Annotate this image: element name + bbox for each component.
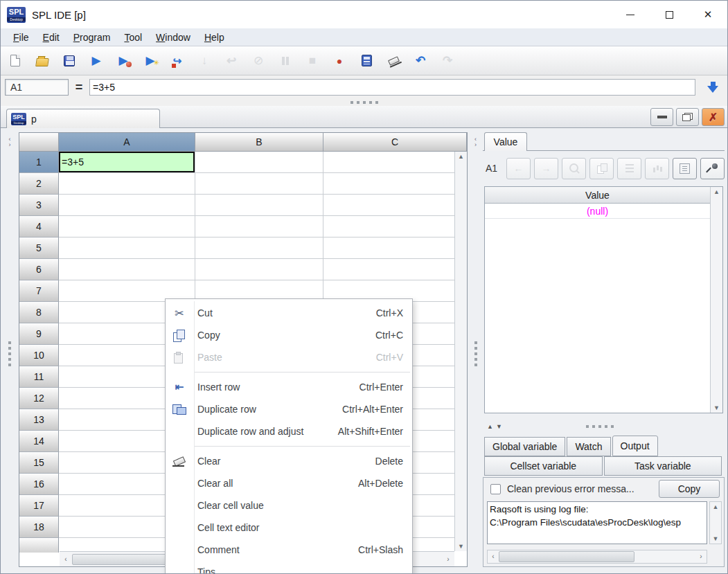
row-header-13[interactable]: 13	[19, 409, 59, 431]
window-maximize-button[interactable]	[650, 1, 689, 28]
column-header-C[interactable]: C	[323, 133, 467, 152]
menubar-item-program[interactable]: Program	[66, 30, 118, 44]
toolbar-execute-current-button[interactable]: ▶✳	[141, 52, 159, 70]
cell-C6[interactable]	[323, 259, 467, 280]
toolbar-execute-button[interactable]: ▶	[87, 52, 105, 70]
cell-C5[interactable]	[323, 237, 467, 259]
document-restore-button[interactable]	[676, 108, 699, 126]
scroll-up-icon[interactable]: ▲	[710, 502, 721, 512]
row-header-16[interactable]: 16	[19, 474, 59, 495]
clean-errors-checkbox[interactable]	[490, 484, 501, 494]
toolbar-step-over-button[interactable]: ↪	[168, 52, 186, 70]
menubar-item-tool[interactable]: Tool	[117, 30, 149, 44]
value-bottom-splitter[interactable]: ▲▼	[484, 419, 723, 434]
row-header-5[interactable]: 5	[19, 237, 59, 259]
row-header-4[interactable]: 4	[19, 216, 59, 237]
row-header-12[interactable]: 12	[19, 388, 59, 409]
collapse-arrows-icon[interactable]: ‹›	[9, 136, 11, 147]
scroll-left-icon[interactable]: ‹	[60, 553, 72, 566]
toolbar-undo-button[interactable]: ↶	[411, 52, 429, 70]
scroll-up-icon[interactable]: ▲	[711, 187, 722, 197]
toolbar-calculate-button[interactable]	[357, 52, 375, 70]
scroll-down-icon[interactable]: ▼	[455, 541, 467, 551]
panel-splitter-strip[interactable]: ‹›	[470, 132, 481, 567]
tab-task-variable[interactable]: Task variable	[604, 456, 722, 476]
value-table-scrollbar[interactable]: ▲ ▼	[710, 187, 722, 413]
column-header-B[interactable]: B	[195, 133, 323, 152]
menu-item-comment[interactable]: CommentCtrl+Slash	[166, 539, 412, 561]
scroll-down-icon[interactable]: ▼	[710, 534, 721, 544]
scroll-right-icon[interactable]: ›	[442, 553, 454, 566]
grid-vertical-scrollbar[interactable]: ▲ ▼	[454, 152, 467, 551]
tab-global-variable[interactable]: Global variable	[484, 437, 565, 456]
menu-item-duplicate-row-and-adjust[interactable]: Duplicate row and adjustAlt+Shift+Enter	[166, 420, 412, 442]
cell-A5[interactable]	[59, 237, 195, 259]
cell-A3[interactable]	[59, 195, 195, 216]
menu-item-tips[interactable]: Tips	[166, 561, 412, 574]
document-minimize-button[interactable]	[650, 108, 673, 126]
menu-item-copy[interactable]: CopyCtrl+C	[166, 324, 412, 346]
row-header-10[interactable]: 10	[19, 345, 59, 366]
log-output[interactable]: Raqsoft is using log file:C:\Program Fil…	[487, 501, 707, 544]
tab-watch[interactable]: Watch	[567, 437, 610, 456]
cell-A1[interactable]: =3+5	[59, 152, 195, 173]
menu-item-cell-text-editor[interactable]: Cell text editor	[166, 517, 412, 539]
collapse-updown-icon[interactable]: ▲▼	[487, 423, 505, 430]
pin-button[interactable]	[700, 158, 725, 179]
cell-B5[interactable]	[195, 237, 323, 259]
toolbar-clear-button[interactable]	[384, 52, 402, 70]
cell-C1[interactable]	[323, 152, 467, 173]
row-header-7[interactable]: 7	[19, 280, 59, 302]
formula-input[interactable]	[89, 79, 695, 96]
cell-B3[interactable]	[195, 195, 323, 216]
value-table-row[interactable]: (null)	[485, 204, 710, 219]
cell-A6[interactable]	[59, 259, 195, 280]
row-header-1[interactable]: 1	[19, 152, 59, 173]
menubar-item-edit[interactable]: Edit	[36, 30, 66, 44]
row-header-18[interactable]: 18	[19, 517, 59, 538]
document-close-button[interactable]: ✗	[702, 108, 725, 126]
horizontal-splitter[interactable]	[1, 99, 727, 106]
row-header-2[interactable]: 2	[19, 173, 59, 195]
row-header-15[interactable]: 15	[19, 452, 59, 474]
cell-B1[interactable]	[195, 152, 323, 173]
cell-A2[interactable]	[59, 173, 195, 195]
menu-item-duplicate-row[interactable]: Duplicate rowCtrl+Alt+Enter	[166, 398, 412, 420]
scroll-right-icon[interactable]: ›	[695, 550, 707, 563]
cell-C3[interactable]	[323, 195, 467, 216]
cell-B6[interactable]	[195, 259, 323, 280]
menu-item-clear-all[interactable]: Clear allAlt+Delete	[166, 472, 412, 494]
scroll-up-icon[interactable]: ▲	[455, 152, 467, 161]
cell-C2[interactable]	[323, 173, 467, 195]
cell-B4[interactable]	[195, 216, 323, 237]
menubar-item-window[interactable]: Window	[149, 30, 197, 44]
menu-item-clear[interactable]: ClearDelete	[166, 450, 412, 472]
scroll-left-icon[interactable]: ‹	[488, 550, 499, 563]
tab-output[interactable]: Output	[612, 436, 658, 456]
tab-value[interactable]: Value	[484, 132, 527, 151]
left-collapse-strip[interactable]: ‹›	[2, 132, 17, 567]
properties-button[interactable]	[673, 158, 697, 179]
scroll-down-icon[interactable]: ▼	[711, 403, 722, 413]
row-header-14[interactable]: 14	[19, 431, 59, 452]
menu-item-insert-row[interactable]: Insert rowCtrl+Enter	[166, 376, 412, 398]
menubar-item-help[interactable]: Help	[197, 30, 231, 44]
menubar-item-file[interactable]: File	[6, 30, 36, 44]
row-header-3[interactable]: 3	[19, 195, 59, 216]
toolbar-save-button[interactable]	[60, 52, 78, 70]
expand-formula-button[interactable]	[705, 79, 722, 96]
column-header-A[interactable]: A	[59, 133, 195, 152]
row-header-11[interactable]: 11	[19, 366, 59, 388]
scrollbar-thumb[interactable]	[499, 551, 634, 562]
row-header-9[interactable]: 9	[19, 323, 59, 345]
window-close-button[interactable]: ✕	[689, 1, 727, 28]
grid-corner[interactable]	[19, 133, 59, 152]
window-minimize-button[interactable]	[611, 1, 650, 28]
copy-button[interactable]: Copy	[659, 480, 720, 498]
cell-C4[interactable]	[323, 216, 467, 237]
cell-reference-box[interactable]: A1	[5, 79, 69, 96]
row-header-17[interactable]: 17	[19, 495, 59, 517]
row-header-6[interactable]: 6	[19, 259, 59, 280]
toolbar-new-file-button[interactable]	[6, 52, 24, 70]
cell-A4[interactable]	[59, 216, 195, 237]
